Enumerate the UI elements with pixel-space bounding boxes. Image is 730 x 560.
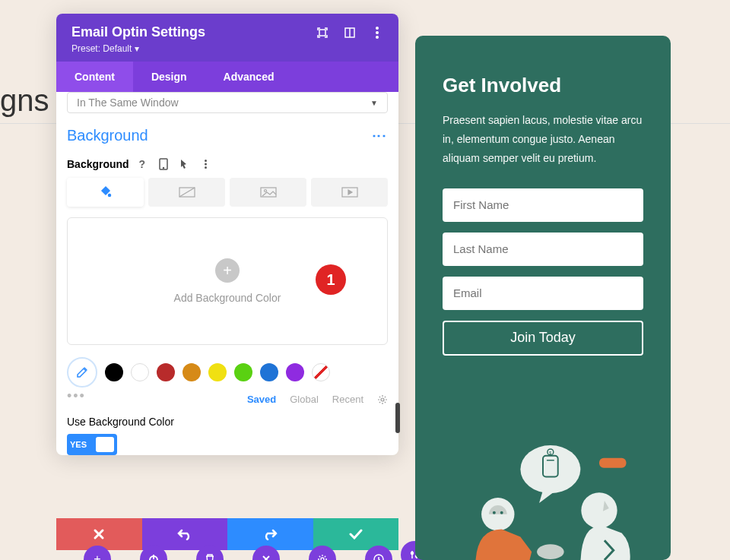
tablet-icon[interactable]: [158, 159, 169, 169]
use-background-color-toggle[interactable]: YES: [67, 434, 117, 455]
tab-design[interactable]: Design: [133, 62, 205, 92]
more-icon[interactable]: [371, 27, 383, 39]
svg-point-4: [376, 31, 379, 34]
svg-point-8: [205, 160, 207, 162]
add-color-label: Add Background Color: [174, 292, 281, 304]
swatch-white[interactable]: [131, 363, 149, 381]
palette-tab-global[interactable]: Global: [290, 394, 319, 405]
more-swatches-icon[interactable]: •••: [67, 388, 86, 404]
more-icon[interactable]: [201, 159, 211, 169]
svg-point-5: [376, 36, 379, 39]
select-value: In The Same Window: [77, 96, 179, 109]
toggle-label: YES: [70, 440, 87, 449]
hover-icon[interactable]: [179, 159, 190, 169]
page-toolbar: +: [84, 546, 392, 560]
chevron-down-icon: ▼: [370, 99, 378, 107]
email-field[interactable]: [443, 277, 643, 310]
svg-point-3: [376, 27, 379, 30]
swatch-green[interactable]: [234, 363, 252, 381]
swatch-none[interactable]: [312, 363, 330, 381]
link-target-select[interactable]: In The Same Window ▼: [67, 92, 388, 113]
plus-icon: +: [215, 258, 240, 283]
preview-title: Get Involved: [443, 74, 643, 97]
last-name-field[interactable]: [443, 233, 643, 266]
help-icon[interactable]: ?: [137, 159, 148, 169]
swatch-orange[interactable]: [182, 363, 201, 381]
svg-point-32: [493, 511, 496, 514]
toolbar-settings-button[interactable]: [309, 546, 336, 560]
svg-point-34: [581, 492, 617, 528]
bg-tab-image[interactable]: [230, 178, 306, 207]
svg-rect-0: [319, 30, 325, 36]
bg-tab-color[interactable]: [67, 178, 144, 207]
settings-modal: Email Optin Settings Preset: Default ▾ C…: [56, 14, 398, 455]
eyedropper-button[interactable]: [67, 357, 97, 388]
palette-tab-saved[interactable]: Saved: [247, 394, 276, 405]
toggle-knob: [96, 437, 114, 452]
svg-point-7: [163, 168, 163, 169]
swatch-black[interactable]: [105, 363, 123, 381]
toolbar-close-button[interactable]: [252, 546, 280, 560]
svg-point-33: [500, 511, 503, 514]
svg-point-11: [108, 195, 110, 197]
page-background-text: gns: [0, 84, 49, 118]
palette-tab-recent[interactable]: Recent: [332, 394, 363, 405]
svg-point-35: [537, 544, 564, 559]
svg-point-16: [381, 398, 384, 401]
swatch-red[interactable]: [157, 363, 175, 381]
optin-preview: Get Involved Praesent sapien lacus, mole…: [415, 36, 671, 560]
join-today-button[interactable]: Join Today: [443, 321, 643, 356]
section-title-background[interactable]: Background: [67, 127, 148, 144]
illustration: $: [430, 438, 655, 560]
gear-icon[interactable]: [377, 394, 388, 405]
svg-point-9: [205, 163, 207, 166]
scrollbar[interactable]: [395, 403, 400, 433]
toolbar-power-button[interactable]: [140, 546, 167, 560]
svg-point-10: [205, 166, 207, 169]
svg-point-23: [411, 552, 414, 555]
toolbar-history-button[interactable]: [365, 546, 392, 560]
modal-tabs: Content Design Advanced: [56, 62, 398, 92]
expand-icon[interactable]: [316, 27, 328, 39]
first-name-field[interactable]: [443, 188, 643, 222]
svg-rect-30: [599, 458, 627, 468]
chevron-down-icon: ▾: [135, 43, 139, 54]
svg-point-14: [264, 190, 266, 192]
bg-tab-gradient[interactable]: [148, 178, 225, 207]
toolbar-trash-button[interactable]: [196, 546, 224, 560]
step-badge-1: 1: [316, 264, 346, 295]
use-background-color-label: Use Background Color: [67, 416, 388, 428]
modal-title: Email Optin Settings: [71, 24, 205, 40]
tab-advanced[interactable]: Advanced: [205, 62, 293, 92]
swatch-blue[interactable]: [260, 363, 278, 381]
bg-tab-video[interactable]: [311, 178, 388, 207]
preview-text: Praesent sapien lacus, molestie vitae ar…: [443, 111, 643, 169]
preset-dropdown[interactable]: Preset: Default ▾: [71, 43, 383, 54]
toolbar-add-button[interactable]: +: [84, 546, 111, 560]
modal-header: Email Optin Settings Preset: Default ▾: [56, 14, 398, 62]
swatch-yellow[interactable]: [208, 363, 227, 381]
section-menu-icon[interactable]: ⋮: [371, 129, 388, 143]
swatch-purple[interactable]: [286, 363, 304, 381]
field-label-background: Background: [67, 158, 129, 170]
tab-content[interactable]: Content: [56, 62, 133, 92]
layout-icon[interactable]: [344, 27, 356, 39]
